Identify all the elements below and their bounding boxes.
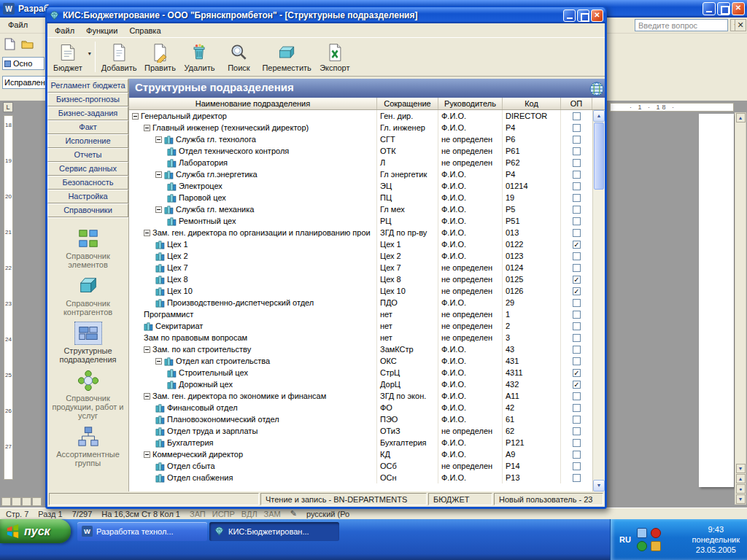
table-row[interactable]: Служба гл. механикаГл мехФ.И.О.P5 [129, 203, 592, 215]
column-header[interactable]: Сокращение [377, 98, 438, 109]
view-outline-button[interactable] [32, 497, 42, 506]
tab-selector[interactable]: L [3, 102, 13, 112]
tree-collapse-toggle[interactable] [144, 346, 150, 353]
op-checkbox[interactable] [573, 194, 581, 202]
sidebar-nav-button[interactable]: Безопасность [47, 176, 128, 190]
table-scrollbar[interactable]: ▲ ▼ [592, 110, 605, 491]
op-checkbox[interactable]: ✓ [573, 381, 581, 389]
sidebar-icon-item[interactable]: Справочник элементов [50, 227, 126, 269]
table-row[interactable]: Цех 10Цех 10не определен0126✓ [129, 285, 592, 297]
table-row[interactable]: Зам. по кап строительствуЗамКСтрФ.И.О.43 [129, 343, 592, 355]
sidebar-icon-item[interactable]: Справочник контрагентов [50, 274, 126, 316]
table-row[interactable]: Цех 8Цех 8не определен0125✓ [129, 273, 592, 285]
op-checkbox[interactable] [573, 474, 581, 482]
app-menu-item[interactable]: Файл [49, 25, 80, 36]
column-header[interactable]: Руководитель [438, 98, 503, 109]
app-maximize-button[interactable] [577, 9, 589, 22]
sidebar-nav-button[interactable]: Сервис данных [47, 162, 128, 176]
dropdown-arrow-icon[interactable]: ▾ [88, 50, 91, 57]
word-restore-button[interactable] [717, 2, 730, 15]
view-normal-button[interactable] [1, 497, 11, 506]
table-row[interactable]: Отдел технического контроляОТКне определ… [129, 145, 592, 157]
ask-question-input[interactable]: Введите вопрос [635, 19, 728, 31]
op-checkbox[interactable] [573, 299, 581, 307]
scroll-up-icon[interactable]: ▲ [593, 110, 605, 122]
table-row[interactable]: Генеральный директорГен. дир.Ф.И.О.DIREC… [129, 110, 592, 122]
toolbar-button-delete[interactable]: Удалить [179, 39, 219, 75]
sidebar-nav-button[interactable]: Справочники [47, 203, 128, 217]
style-combo[interactable]: Осно [2, 57, 44, 70]
op-checkbox[interactable]: ✓ [573, 287, 581, 295]
op-checkbox[interactable] [573, 427, 581, 435]
table-row[interactable]: Паровой цехПЦФ.И.О.19 [129, 192, 592, 203]
table-row[interactable]: ЭлектроцехЭЦФ.И.О.01214 [129, 180, 592, 192]
new-document-icon[interactable] [4, 38, 16, 52]
toolbar-button-edit[interactable]: Править [140, 39, 179, 75]
taskbar-task-button[interactable]: WРазработка технол... [77, 522, 207, 541]
scroll-down-icon[interactable]: ▼ [593, 480, 605, 491]
tree-collapse-toggle[interactable] [144, 125, 150, 131]
op-checkbox[interactable] [573, 217, 581, 225]
op-checkbox[interactable] [573, 439, 581, 447]
column-header[interactable]: ОП [561, 98, 592, 109]
app-menu-item[interactable]: Функции [80, 25, 123, 36]
table-row[interactable]: Зам по правовым вопросамнетне определен3 [129, 332, 592, 343]
toolbar-button-search[interactable]: Поиск [219, 39, 258, 75]
toolbar-button-add[interactable]: Добавить [98, 39, 141, 75]
tree-collapse-toggle[interactable] [144, 451, 150, 458]
word-scrollbar[interactable]: ▲ ▼ ▲ ● ▼ [735, 112, 746, 505]
browse-prev-icon[interactable]: ▲ [736, 474, 746, 483]
table-row[interactable]: Отдел труда и зарплатыОТиЗне определен62 [129, 425, 592, 437]
table-row[interactable]: Главный инженер (технический директор)Гл… [129, 122, 592, 133]
tree-collapse-toggle[interactable] [144, 393, 150, 400]
table-row[interactable]: Отдел кап строительстваОКСФ.И.О.431 [129, 355, 592, 367]
table-row[interactable]: Ремонтный цехРЦФ.И.О.P51 [129, 215, 592, 227]
op-checkbox[interactable] [573, 346, 581, 354]
table-row[interactable]: ЛабораторияЛне определенP62 [129, 157, 592, 168]
tree-collapse-toggle[interactable] [155, 206, 162, 213]
table-row[interactable]: Служба гл.энергетикаГл энергетикФ.И.О.P4 [129, 168, 592, 180]
toolbar-button-move[interactable]: Переместить [258, 39, 314, 75]
op-checkbox[interactable] [573, 392, 581, 400]
scrollbar-thumb[interactable] [594, 122, 604, 190]
table-row[interactable]: Цех 2Цех 2Ф.И.О.0123 [129, 250, 592, 262]
sidebar-nav-button[interactable]: Исполнение [47, 134, 128, 148]
scroll-down-icon[interactable]: ▼ [736, 464, 746, 473]
table-row[interactable]: Дорожный цехДорЦФ.И.О.432✓ [129, 378, 592, 390]
op-checkbox[interactable] [573, 136, 581, 144]
start-button[interactable]: пуск [0, 519, 71, 543]
sidebar-nav-button[interactable]: Регламент бюджета [47, 79, 128, 93]
tree-collapse-toggle[interactable] [155, 171, 162, 178]
sidebar-nav-button[interactable]: Настройка [47, 190, 128, 203]
op-checkbox[interactable] [573, 206, 581, 214]
op-checkbox[interactable] [573, 264, 581, 272]
reviewing-combo[interactable]: Исправлени [2, 76, 46, 89]
table-row[interactable]: Строительный цехСтрЦФ.И.О.4311✓ [129, 367, 592, 378]
sidebar-icon-item[interactable]: Структурные подразделения [50, 322, 126, 364]
table-row[interactable]: Зам. ген. директора по экономике и финан… [129, 390, 592, 402]
op-checkbox[interactable] [573, 451, 581, 459]
app-minimize-button[interactable] [563, 9, 576, 22]
table-row[interactable]: Цех 7Цех 7не определен0124 [129, 262, 592, 273]
table-row[interactable]: Секритариатнетне определен2 [129, 320, 592, 332]
browse-select-icon[interactable]: ● [736, 484, 746, 494]
op-checkbox[interactable]: ✓ [573, 276, 581, 284]
table-row[interactable]: Коммерческий директорКДФ.И.О.A9 [129, 448, 592, 460]
op-checkbox[interactable]: ✓ [573, 241, 581, 249]
table-row[interactable]: БухгалтерияБухгалтерияФ.И.О.P121 [129, 437, 592, 448]
table-row[interactable]: Программистнетне определен1 [129, 308, 592, 320]
tray-icon[interactable] [637, 541, 647, 551]
table-row[interactable]: Зам. ген. директора по организации и пла… [129, 227, 592, 238]
op-checkbox[interactable] [573, 171, 581, 179]
toolbar-button-budget[interactable]: Бюджет▾ [50, 39, 93, 75]
column-header[interactable]: Код [503, 98, 561, 109]
open-folder-icon[interactable] [21, 38, 34, 52]
op-checkbox[interactable] [573, 182, 581, 190]
op-checkbox[interactable] [573, 322, 581, 330]
tree-collapse-toggle[interactable] [155, 136, 162, 143]
app-menu-item[interactable]: Справка [123, 25, 166, 36]
sidebar-nav-button[interactable]: Бизнес-прогнозы [47, 93, 128, 106]
table-row[interactable]: Финансовый отделФОФ.И.О.42 [129, 402, 592, 413]
op-checkbox[interactable] [573, 357, 581, 365]
op-checkbox[interactable]: ✓ [573, 369, 581, 377]
